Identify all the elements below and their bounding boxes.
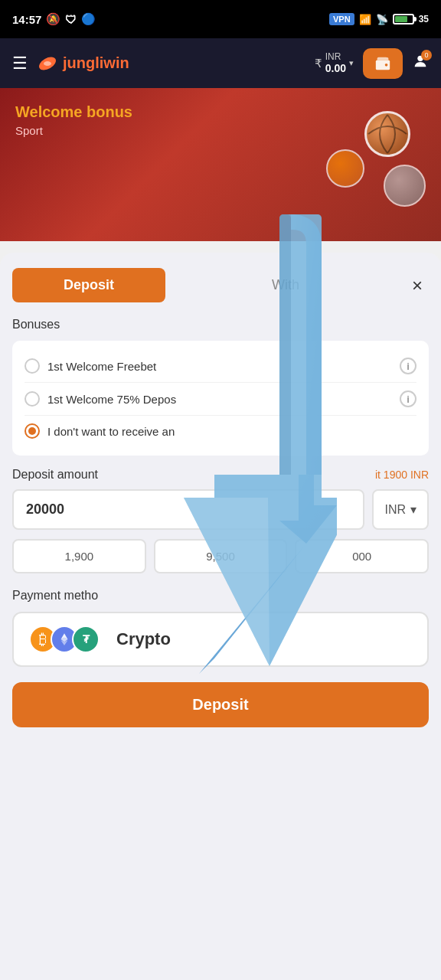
amount-input-row: INR ▾ — [12, 489, 429, 530]
logo-text: jungliwin — [63, 54, 129, 72]
crypto-label: Crypto — [116, 629, 171, 649]
banner-decoration — [288, 103, 426, 226]
logo-container: jungliwin — [37, 53, 305, 74]
notification-icon: 🔕 — [46, 12, 60, 26]
currency-dropdown-chevron: ▾ — [410, 502, 416, 517]
radio-freebet[interactable] — [24, 358, 40, 374]
bonus-freebet-label: 1st Welcome Freebet — [47, 360, 392, 373]
banner-subtitle: Sport — [15, 124, 132, 137]
chevron-down-icon: ▾ — [349, 58, 354, 68]
bonus-deposit75-label: 1st Welcome 75% Depos — [47, 393, 392, 406]
user-profile-button[interactable]: 0 — [412, 53, 429, 74]
bonus-row-none[interactable]: I don't want to receive an — [24, 416, 416, 446]
deposit-modal: Deposit With × Bonuses 1st Welcome Freeb… — [0, 253, 441, 980]
bonuses-section-label: Bonuses — [12, 318, 429, 332]
quick-amounts-row: 1,900 9,500 000 — [12, 539, 429, 573]
bonus-none-label: I don't want to receive an — [47, 425, 416, 438]
currency-dropdown[interactable]: INR ▾ — [372, 489, 429, 530]
vpn-badge: VPN — [329, 13, 354, 25]
time: 14:57 — [12, 13, 41, 26]
info-freebet-button[interactable]: i — [400, 358, 416, 374]
battery-percent: 35 — [419, 14, 429, 24]
user-notification-badge: 0 — [421, 50, 432, 60]
status-right: VPN 📶 📡 35 — [329, 13, 429, 25]
signal-icon: 📶 — [359, 14, 371, 25]
bitwarden-icon: 🔵 — [81, 12, 96, 26]
deposit-submit-button[interactable]: Deposit — [12, 682, 429, 727]
wifi-icon: 📡 — [376, 14, 388, 25]
shield-icon: 🛡 — [65, 13, 77, 26]
currency-code: INR — [325, 51, 346, 62]
bonus-row-freebet[interactable]: 1st Welcome Freebet i — [24, 350, 416, 383]
wallet-button[interactable] — [363, 48, 403, 79]
battery-indicator — [393, 14, 414, 24]
currency-value: 0.00 — [325, 62, 346, 75]
deposit-amount-label: Deposit amount — [12, 468, 98, 482]
top-navigation: ☰ jungliwin ₹ INR 0.00 ▾ 0 — [0, 38, 441, 88]
svg-point-1 — [44, 61, 51, 66]
status-bar: 14:57 🔕 🛡 🔵 VPN 📶 📡 35 — [0, 0, 441, 38]
quick-amount-1900[interactable]: 1,900 — [12, 539, 146, 573]
svg-point-3 — [385, 64, 388, 67]
quick-amount-9500[interactable]: 9,500 — [154, 539, 288, 573]
logo-icon — [37, 53, 58, 74]
wallet-icon — [374, 55, 391, 72]
payment-method-crypto-card[interactable]: ₿ ₮ Crypto — [12, 612, 429, 667]
bonus-row-deposit75[interactable]: 1st Welcome 75% Depos i — [24, 383, 416, 416]
currency-symbol: ₹ — [315, 57, 322, 70]
close-modal-button[interactable]: × — [406, 269, 429, 302]
deposit-amount-header: Deposit amount it 1900 INR — [12, 468, 429, 482]
quick-amount-000[interactable]: 000 — [295, 539, 429, 573]
info-deposit75-button[interactable]: i — [400, 390, 416, 407]
withdraw-tab[interactable]: With — [165, 268, 406, 302]
deposit-amount-input[interactable] — [12, 489, 364, 530]
radio-deposit75[interactable] — [24, 391, 40, 407]
currency-selector[interactable]: ₹ INR 0.00 ▾ — [315, 51, 354, 75]
bonuses-card: 1st Welcome Freebet i 1st Welcome 75% De… — [12, 341, 429, 456]
welcome-banner: Welcome bonus Sport — [0, 88, 441, 241]
usdt-icon: ₮ — [72, 626, 100, 653]
min-deposit-label: it 1900 INR — [375, 469, 429, 481]
payment-method-label: Payment metho — [12, 589, 429, 603]
deposit-tab[interactable]: Deposit — [12, 268, 165, 302]
banner-title: Welcome bonus — [15, 103, 132, 121]
currency-dropdown-value: INR — [384, 503, 406, 517]
radio-none[interactable] — [24, 423, 40, 439]
hamburger-menu-button[interactable]: ☰ — [12, 54, 28, 74]
status-left: 14:57 🔕 🛡 🔵 — [12, 12, 96, 26]
crypto-icons-group: ₿ ₮ — [29, 626, 93, 653]
modal-tabs: Deposit With × — [12, 268, 429, 302]
